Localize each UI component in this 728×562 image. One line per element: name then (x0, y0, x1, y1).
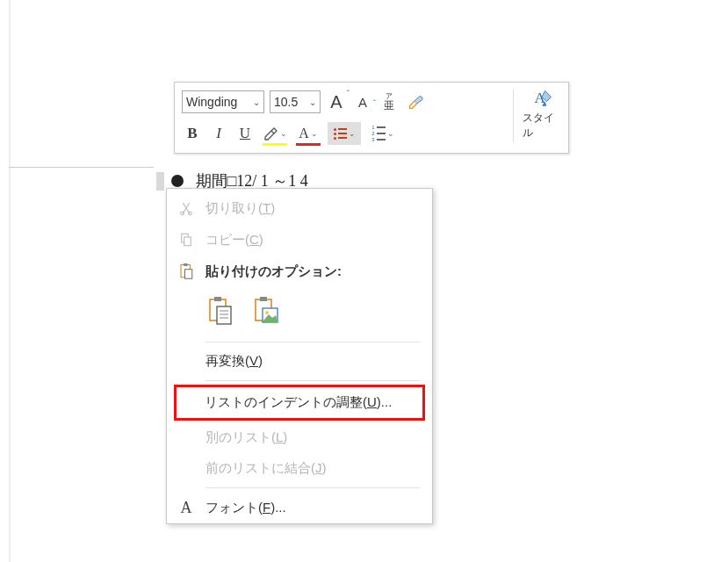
menu-reconvert-label: 再変換(V) (205, 353, 420, 370)
svg-point-2 (189, 212, 192, 215)
svg-rect-6 (184, 263, 188, 266)
scissors-icon (177, 199, 195, 217)
numbered-list-icon: 1 2 3 (371, 125, 385, 142)
menu-cut-label: 切り取り(T) (205, 200, 420, 217)
bullet-list-icon (334, 128, 347, 140)
shrink-font-button[interactable]: A ˇ (352, 90, 373, 113)
styles-label: スタイル (523, 111, 563, 140)
menu-copy: コピー(C) (167, 224, 432, 256)
font-size-value: 10.5 (274, 95, 298, 109)
menu-adjust-list-indent[interactable]: リストのインデントの調整(U)... (177, 387, 422, 418)
highlighter-icon (263, 126, 278, 141)
chevron-down-icon: ⌄ (253, 97, 260, 107)
highlighted-menu-item: リストのインデントの調整(U)... (174, 385, 425, 421)
menu-join-prev-label: 前のリストに結合(J) (205, 460, 420, 477)
caret-down-icon: ˇ (373, 98, 376, 107)
page-edge (9, 0, 11, 562)
highlight-color-swatch (263, 143, 287, 146)
svg-rect-7 (185, 270, 192, 279)
phonetic-guide-button[interactable]: ア 亜 (378, 90, 400, 113)
chevron-down-icon: ⌄ (280, 129, 287, 138)
menu-separator (205, 342, 420, 342)
clipboard-picture-icon (253, 296, 279, 326)
font-color-swatch (296, 143, 321, 146)
font-a-icon: A (177, 499, 195, 516)
menu-other-list: 別のリスト(L) (167, 422, 432, 453)
svg-rect-9 (214, 297, 221, 301)
chevron-down-icon: ⌄ (387, 129, 394, 138)
svg-rect-4 (184, 237, 191, 246)
context-menu: 切り取り(T) コピー(C) 貼り付けのオプション: (166, 188, 433, 524)
font-name-value: Wingding (186, 95, 237, 109)
chevron-down-icon: ⌄ (311, 129, 318, 138)
menu-cut: 切り取り(T) (167, 192, 432, 224)
menu-reconvert[interactable]: 再変換(V) (167, 346, 432, 377)
highlight-color-button[interactable]: ⌄ (261, 122, 289, 145)
paste-options-row (167, 287, 432, 338)
svg-rect-10 (217, 306, 231, 324)
bullet-list-button[interactable]: ⌄ (328, 122, 361, 145)
margin-line (9, 167, 154, 168)
svg-rect-15 (260, 297, 267, 301)
menu-paste-label: 貼り付けのオプション: (205, 263, 420, 280)
menu-font-label: フォント(F)... (205, 500, 420, 516)
underline-button[interactable]: U (234, 122, 256, 145)
italic-button[interactable]: I (208, 122, 229, 145)
menu-paste-options: 貼り付けのオプション: (167, 256, 432, 287)
menu-copy-label: コピー(C) (205, 232, 420, 249)
style-brush-icon: A (530, 88, 556, 111)
format-painter-button[interactable] (405, 90, 426, 113)
bullet-icon (171, 175, 184, 187)
font-color-button[interactable]: A ⌄ (294, 122, 322, 145)
ruby-icon: ア 亜 (384, 93, 394, 111)
menu-separator (205, 487, 420, 488)
font-color-a: A (299, 126, 309, 141)
menu-other-list-label: 別のリスト(L) (205, 429, 420, 446)
toolbar-row-1: Wingding ⌄ 10.5 ⌄ A ˆ A ˇ ア 亜 (182, 88, 561, 116)
clipboard-text-icon (207, 296, 234, 326)
shrink-font-label: A (358, 95, 367, 110)
grow-font-label: A (330, 92, 342, 112)
numbered-list-button[interactable]: 1 2 3 ⌄ (366, 122, 400, 145)
toolbar-row-2: B I U ⌄ A ⌄ ⌄ 1 2 (182, 119, 561, 148)
clipboard-icon (177, 263, 195, 280)
font-name-select[interactable]: Wingding ⌄ (182, 90, 264, 113)
menu-separator (205, 380, 420, 381)
paintbrush-icon (406, 92, 425, 112)
bold-button[interactable]: B (182, 122, 203, 145)
styles-button[interactable]: A スタイル (523, 88, 563, 140)
menu-join-previous-list: 前のリストに結合(J) (167, 453, 432, 484)
mini-toolbar: Wingding ⌄ 10.5 ⌄ A ˆ A ˇ ア 亜 (174, 82, 569, 154)
chevron-down-icon: ⌄ (309, 97, 316, 107)
menu-adjust-indent-label: リストのインデントの調整(U)... (205, 394, 410, 411)
toolbar-divider (513, 90, 514, 142)
svg-point-1 (181, 212, 184, 215)
font-size-select[interactable]: 10.5 ⌄ (270, 90, 321, 113)
paste-picture-button[interactable] (251, 294, 281, 328)
chevron-down-icon: ⌄ (349, 129, 356, 138)
grow-font-button[interactable]: A ˆ (326, 90, 347, 113)
copy-icon (177, 231, 195, 249)
menu-font[interactable]: A フォント(F)... (167, 492, 432, 523)
caret-up-icon: ˆ (347, 89, 350, 97)
svg-point-17 (265, 311, 269, 314)
paste-keep-source-button[interactable] (205, 294, 235, 328)
